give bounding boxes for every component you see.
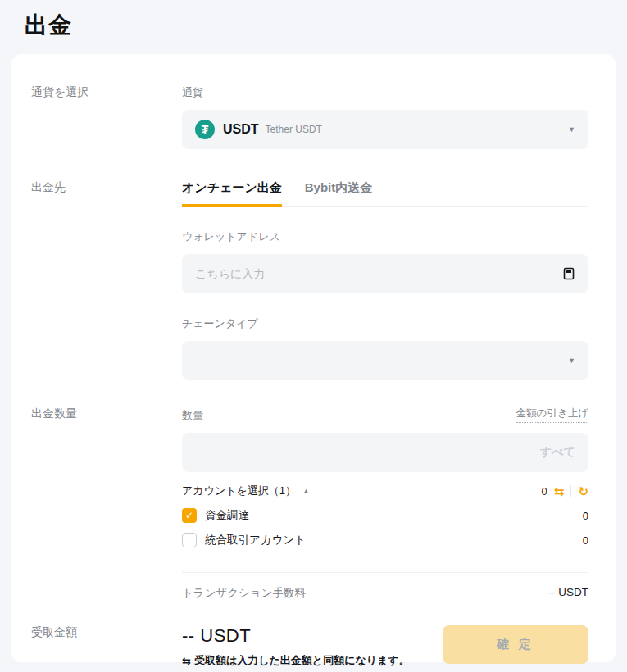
destination-row: 出金先 オンチェーン出金 Bybit内送金 ウォレットアドレス チェーンタイプ … — [31, 180, 588, 380]
fee-label: トランザクション手数料 — [182, 586, 306, 601]
raise-limit-link[interactable]: 金額の引き上げ — [516, 406, 588, 423]
wallet-address-box — [182, 254, 588, 293]
amount-box: すべて — [182, 433, 588, 472]
tab-onchain-withdraw[interactable]: オンチェーン出金 — [182, 180, 282, 207]
confirm-button[interactable]: 確 定 — [443, 625, 588, 664]
coin-full-name: Tether USDT — [266, 124, 322, 135]
funding-checkbox[interactable]: ✓ — [182, 508, 197, 523]
unified-balance: 0 — [583, 534, 588, 547]
wallet-address-label: ウォレットアドレス — [182, 229, 588, 244]
amount-row: 出金数量 数量 金額の引き上げ すべて アカウントを選択（1） ▲ 0 ⇆ ↻ — [31, 406, 588, 601]
receive-note-text: 受取額は入力した出金額と同額になります。 — [194, 653, 410, 668]
amount-side-label: 出金数量 — [31, 406, 182, 421]
tab-bybit-internal-transfer[interactable]: Bybit内送金 — [305, 180, 373, 206]
chevron-up-icon[interactable]: ▲ — [302, 487, 310, 495]
available-total: 0 — [542, 485, 547, 497]
section-divider — [182, 572, 588, 573]
transfer-icon[interactable]: ⇆ — [554, 485, 565, 497]
fee-value: -- USDT — [548, 586, 589, 601]
funding-balance: 0 — [583, 510, 588, 522]
receive-row: 受取金額 -- USDT ⇆ 受取額は入力した出金額と同額になります。 確 定 — [31, 625, 588, 668]
receive-side-label: 受取金額 — [31, 625, 182, 640]
chevron-down-icon: ▼ — [568, 125, 575, 134]
chain-type-label: チェーンタイプ — [182, 316, 588, 331]
amount-input[interactable] — [195, 446, 540, 459]
usdt-coin-icon: ₮ — [195, 120, 215, 139]
amount-field-label: 数量 — [182, 408, 203, 423]
account-row-funding: ✓ 資金調達 0 — [182, 508, 588, 523]
currency-side-label: 通貨を選択 — [31, 85, 182, 100]
currency-row: 通貨を選択 通貨 ₮ USDT Tether USDT ▼ — [31, 85, 588, 149]
page-title: 出金 — [0, 0, 627, 41]
withdraw-card: 通貨を選択 通貨 ₮ USDT Tether USDT ▼ 出金先 オンチェーン… — [11, 54, 616, 662]
receive-amount-value: -- USDT — [182, 625, 410, 647]
coin-symbol: USDT — [223, 122, 259, 137]
account-row-unified: 統合取引アカウント 0 — [182, 533, 588, 547]
unified-checkbox[interactable] — [182, 533, 197, 547]
all-button[interactable]: すべて — [540, 445, 575, 460]
refresh-icon[interactable]: ↻ — [578, 485, 588, 497]
equal-transfer-icon: ⇆ — [182, 655, 191, 667]
chain-type-select[interactable]: ▼ — [182, 341, 588, 380]
destination-tabs: オンチェーン出金 Bybit内送金 — [182, 180, 588, 207]
destination-side-label: 出金先 — [31, 180, 182, 195]
divider — [570, 485, 571, 497]
currency-select[interactable]: ₮ USDT Tether USDT ▼ — [182, 110, 588, 149]
funding-label: 資金調達 — [205, 508, 249, 523]
chevron-down-icon: ▼ — [568, 356, 575, 365]
wallet-address-input[interactable] — [195, 267, 556, 280]
unified-label: 統合取引アカウント — [205, 533, 306, 547]
currency-field-label: 通貨 — [182, 85, 588, 100]
account-select-label[interactable]: アカウントを選択（1） — [182, 484, 296, 498]
address-book-icon[interactable] — [562, 267, 575, 280]
